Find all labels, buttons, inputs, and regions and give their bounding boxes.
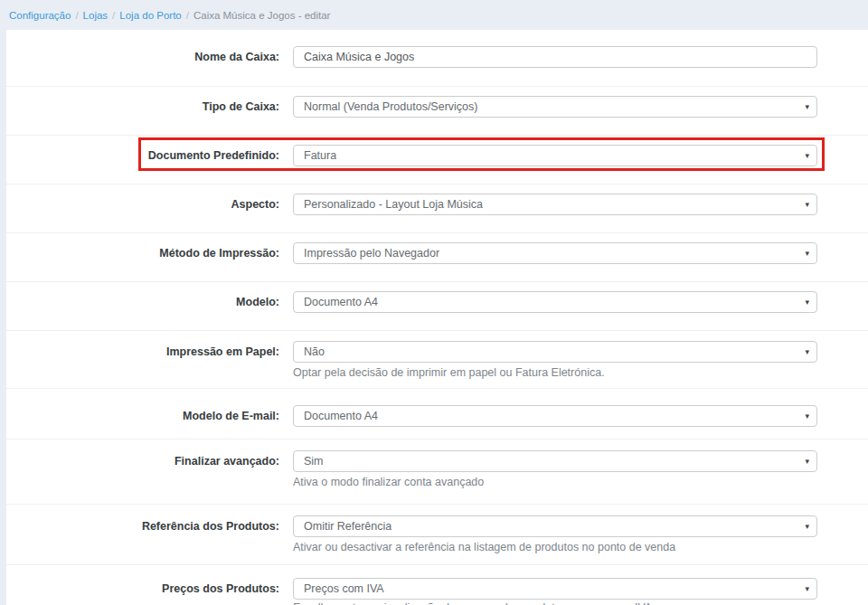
form-row-finalizar-avancado: Finalizar avançado:Sim▾Ativa o modo fina…: [6, 440, 868, 505]
chevron-down-icon: ▾: [805, 412, 809, 421]
breadcrumb-separator: /: [112, 10, 115, 21]
chevron-down-icon: ▾: [805, 585, 809, 593]
aspecto-selected-value: Personalizado - Layout Loja Música: [304, 198, 483, 211]
finalizar-avancado-label: Finalizar avançado:: [6, 450, 279, 472]
form-row-precos-dos-produtos: Preços dos Produtos:Preços com IVA▾Escol…: [6, 565, 868, 605]
impressao-em-papel-label: Impressão em Papel:: [6, 341, 279, 363]
breadcrumb-link-configuracao[interactable]: Configuração: [9, 10, 71, 21]
metodo-de-impressao-select[interactable]: Impressão pelo Navegador▾: [293, 242, 817, 264]
breadcrumb-link-lojas[interactable]: Lojas: [83, 10, 108, 21]
aspecto-label: Aspecto:: [6, 194, 279, 215]
form-row-aspecto: Aspecto:Personalizado - Layout Loja Músi…: [6, 184, 868, 233]
finalizar-avancado-control: Sim▾Ativa o modo finalizar conta avançad…: [293, 450, 817, 488]
metodo-de-impressao-selected-value: Impressão pelo Navegador: [304, 247, 439, 260]
modelo-selected-value: Documento A4: [304, 296, 378, 308]
nome-da-caixa-control: [293, 46, 817, 68]
referencia-dos-produtos-label: Referência dos Produtos:: [6, 515, 279, 537]
precos-dos-produtos-help-text: Escolher entre a visualização dos preços…: [293, 601, 817, 605]
form-row-impressao-em-papel: Impressão em Papel:Não▾Optar pela decisã…: [6, 331, 868, 389]
tipo-de-caixa-label: Tipo de Caixa:: [6, 96, 279, 118]
finalizar-avancado-select[interactable]: Sim▾: [293, 450, 817, 472]
chevron-down-icon: ▾: [805, 348, 809, 356]
modelo-de-e-mail-select[interactable]: Documento A4▾: [293, 405, 817, 427]
finalizar-avancado-help-text: Ativa o modo finalizar conta avançado: [293, 476, 817, 488]
form-row-modelo-de-e-mail: Modelo de E-mail:Documento A4▾: [6, 389, 868, 440]
finalizar-avancado-selected-value: Sim: [304, 455, 324, 468]
modelo-label: Modelo:: [6, 291, 279, 313]
impressao-em-papel-help-text: Optar pela decisão de imprimir em papel …: [293, 366, 817, 379]
modelo-de-e-mail-label: Modelo de E-mail:: [6, 405, 279, 427]
breadcrumb-separator: /: [186, 10, 189, 21]
chevron-down-icon: ▾: [805, 201, 809, 209]
modelo-control: Documento A4▾: [293, 291, 817, 313]
impressao-em-papel-selected-value: Não: [304, 345, 325, 358]
documento-predefinido-control: Fatura▾: [293, 145, 817, 166]
metodo-de-impressao-control: Impressão pelo Navegador▾: [293, 242, 817, 264]
form-row-documento-predefinido: Documento Predefinido:Fatura▾: [6, 136, 868, 184]
referencia-dos-produtos-selected-value: Omitir Referência: [304, 520, 392, 533]
chevron-down-icon: ▾: [805, 523, 809, 531]
documento-predefinido-selected-value: Fatura: [304, 149, 336, 162]
precos-dos-produtos-select[interactable]: Preços com IVA▾: [293, 578, 817, 600]
precos-dos-produtos-selected-value: Preços com IVA: [304, 582, 384, 595]
chevron-down-icon: ▾: [805, 250, 809, 258]
modelo-de-e-mail-selected-value: Documento A4: [304, 410, 378, 422]
modelo-select[interactable]: Documento A4▾: [293, 291, 817, 313]
tipo-de-caixa-control: Normal (Venda Produtos/Serviços)▾: [293, 96, 817, 118]
documento-predefinido-label: Documento Predefinido:: [6, 145, 279, 166]
precos-dos-produtos-control: Preços com IVA▾Escolher entre a visualiz…: [293, 578, 817, 605]
documento-predefinido-select[interactable]: Fatura▾: [293, 145, 817, 166]
form-row-modelo: Modelo:Documento A4▾: [6, 282, 868, 331]
metodo-de-impressao-label: Método de Impressão:: [6, 242, 279, 264]
chevron-down-icon: ▾: [805, 458, 809, 466]
form-row-tipo-de-caixa: Tipo de Caixa:Normal (Venda Produtos/Ser…: [6, 87, 868, 136]
tipo-de-caixa-selected-value: Normal (Venda Produtos/Serviços): [304, 100, 477, 113]
impressao-em-papel-control: Não▾Optar pela decisão de imprimir em pa…: [293, 341, 817, 379]
aspecto-select[interactable]: Personalizado - Layout Loja Música▾: [293, 194, 817, 215]
breadcrumb-current: Caixa Música e Jogos - editar: [193, 10, 330, 21]
chevron-down-icon: ▾: [805, 152, 809, 160]
form-row-referencia-dos-produtos: Referência dos Produtos:Omitir Referênci…: [6, 505, 868, 565]
breadcrumb-link-loja-do-porto[interactable]: Loja do Porto: [119, 10, 181, 21]
breadcrumb-separator: /: [75, 10, 78, 21]
nome-da-caixa-input[interactable]: [293, 46, 817, 68]
impressao-em-papel-select[interactable]: Não▾: [293, 341, 817, 363]
chevron-down-icon: ▾: [805, 298, 809, 307]
form-row-nome-da-caixa: Nome da Caixa:: [6, 30, 868, 87]
aspecto-control: Personalizado - Layout Loja Música▾: [293, 194, 817, 215]
precos-dos-produtos-label: Preços dos Produtos:: [6, 578, 279, 600]
referencia-dos-produtos-select[interactable]: Omitir Referência▾: [293, 515, 817, 537]
modelo-de-e-mail-control: Documento A4▾: [293, 405, 817, 427]
chevron-down-icon: ▾: [805, 103, 809, 111]
form-row-metodo-de-impressao: Método de Impressão:Impressão pelo Naveg…: [6, 233, 868, 282]
tipo-de-caixa-select[interactable]: Normal (Venda Produtos/Serviços)▾: [293, 96, 817, 118]
referencia-dos-produtos-control: Omitir Referência▾Ativar ou desactivar a…: [293, 515, 817, 553]
breadcrumb: Configuração / Lojas / Loja do Porto / C…: [0, 0, 868, 30]
referencia-dos-produtos-help-text: Ativar ou desactivar a referência na lis…: [293, 541, 817, 553]
nome-da-caixa-label: Nome da Caixa:: [6, 46, 279, 68]
form-panel: Nome da Caixa:Tipo de Caixa:Normal (Vend…: [6, 30, 868, 605]
